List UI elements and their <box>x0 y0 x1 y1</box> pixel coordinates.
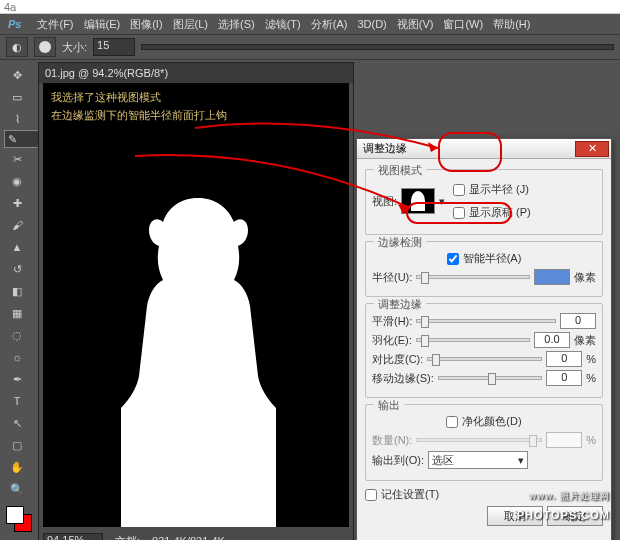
smart-radius-label: 智能半径(A) <box>463 251 522 266</box>
brush-tool[interactable]: 🖌 <box>4 214 30 236</box>
eyedropper-tool[interactable]: ◉ <box>4 170 30 192</box>
view-label: 视图: <box>372 194 397 209</box>
marquee-tool[interactable]: ▭ <box>4 86 30 108</box>
decontaminate-label: 净化颜色(D) <box>462 414 521 429</box>
options-bar: ◐ 大小: 15 <box>0 34 620 60</box>
tools-panel: ✥ ▭ ⌇ ✎ ✂ ◉ ✚ 🖌 ▲ ↺ ◧ ▦ ◌ ☼ ✒ T ↖ ▢ ✋ 🔍 <box>4 64 32 538</box>
menu-view[interactable]: 视图(V) <box>393 17 438 32</box>
radius-slider[interactable] <box>416 275 530 279</box>
workspace: ✥ ▭ ⌇ ✎ ✂ ◉ ✚ 🖌 ▲ ↺ ◧ ▦ ◌ ☼ ✒ T ↖ ▢ ✋ 🔍 <box>0 60 620 540</box>
dialog-titlebar[interactable]: 调整边缘 ✕ <box>357 139 611 159</box>
close-button[interactable]: ✕ <box>575 141 609 157</box>
view-dropdown-icon[interactable]: ▾ <box>439 195 445 208</box>
edge-detection-title: 边缘检测 <box>374 235 426 250</box>
px-unit: 像素 <box>574 270 596 285</box>
output-to-select[interactable]: 选区▾ <box>428 451 528 469</box>
eraser-tool[interactable]: ◧ <box>4 280 30 302</box>
shift-value[interactable]: 0 <box>546 370 582 386</box>
photoshop-window: Ps 文件(F) 编辑(E) 图像(I) 图层(L) 选择(S) 滤镜(T) 分… <box>0 14 620 540</box>
current-tool-icon[interactable]: ◐ <box>6 37 28 57</box>
menu-3d[interactable]: 3D(D) <box>353 18 390 30</box>
remember-checkbox[interactable] <box>365 489 377 501</box>
shift-label: 移动边缘(S): <box>372 371 434 386</box>
menu-filter[interactable]: 滤镜(T) <box>261 17 305 32</box>
history-brush-tool[interactable]: ↺ <box>4 258 30 280</box>
gradient-tool[interactable]: ▦ <box>4 302 30 324</box>
color-swatches[interactable] <box>4 504 32 538</box>
annotation-text: 我选择了这种视图模式 在边缘监测下的智能半径前面打上钩 <box>51 89 227 124</box>
crop-tool[interactable]: ✂ <box>4 148 30 170</box>
smart-radius-checkbox[interactable] <box>447 253 459 265</box>
contrast-slider[interactable] <box>427 357 542 361</box>
file-info: 831.4K/831.4K <box>152 535 225 540</box>
decontaminate-checkbox[interactable] <box>446 416 458 428</box>
refine-edge-dialog: 调整边缘 ✕ 视图模式 视图: ▾ 显示半径 (J) 显示原稿 (P) <box>356 138 612 540</box>
amount-label: 数量(N): <box>372 433 412 448</box>
shape-tool[interactable]: ▢ <box>4 434 30 456</box>
feather-slider[interactable] <box>416 338 530 342</box>
menu-edit[interactable]: 编辑(E) <box>80 17 125 32</box>
smooth-slider[interactable] <box>416 319 556 323</box>
shift-slider[interactable] <box>438 376 542 380</box>
size-label: 大小: <box>62 40 87 55</box>
watermark-big: PHOTOPS.COM <box>517 509 610 521</box>
feather-value[interactable]: 0.0 <box>534 332 570 348</box>
menu-analysis[interactable]: 分析(A) <box>307 17 352 32</box>
menu-layer[interactable]: 图层(L) <box>169 17 212 32</box>
move-tool[interactable]: ✥ <box>4 64 30 86</box>
smooth-label: 平滑(H): <box>372 314 412 329</box>
contrast-value[interactable]: 0 <box>546 351 582 367</box>
document-tab[interactable]: 01.jpg @ 94.2%(RGB/8*) <box>39 63 353 83</box>
feather-label: 羽化(E): <box>372 333 412 348</box>
brush-preset-icon[interactable] <box>34 37 56 57</box>
lasso-tool[interactable]: ⌇ <box>4 108 30 130</box>
hand-tool[interactable]: ✋ <box>4 456 30 478</box>
edge-detection-group: 边缘检测 智能半径(A) 半径(U):像素 <box>365 241 603 297</box>
foreground-color[interactable] <box>6 506 24 524</box>
menu-window[interactable]: 窗口(W) <box>439 17 487 32</box>
path-tool[interactable]: ↖ <box>4 412 30 434</box>
amount-slider <box>416 438 542 442</box>
size-slider[interactable] <box>141 44 614 50</box>
menu-bar: Ps 文件(F) 编辑(E) 图像(I) 图层(L) 选择(S) 滤镜(T) 分… <box>0 14 620 34</box>
contrast-label: 对比度(C): <box>372 352 423 367</box>
px-unit-2: 像素 <box>574 333 596 348</box>
adjust-edge-title: 调整边缘 <box>374 297 426 312</box>
menu-help[interactable]: 帮助(H) <box>489 17 534 32</box>
annotation-line-1: 我选择了这种视图模式 <box>51 89 227 107</box>
type-tool[interactable]: T <box>4 390 30 412</box>
stamp-tool[interactable]: ▲ <box>4 236 30 258</box>
chevron-down-icon: ▾ <box>518 454 524 467</box>
menu-file[interactable]: 文件(F) <box>33 17 77 32</box>
adjust-edge-group: 调整边缘 平滑(H):0 羽化(E):0.0像素 对比度(C):0% 移动边缘(… <box>365 303 603 398</box>
output-select-value: 选区 <box>432 453 454 468</box>
blur-tool[interactable]: ◌ <box>4 324 30 346</box>
radius-label: 半径(U): <box>372 270 412 285</box>
output-title: 输出 <box>374 398 404 413</box>
zoom-field[interactable]: 94.15% <box>43 533 103 540</box>
canvas[interactable]: 我选择了这种视图模式 在边缘监测下的智能半径前面打上钩 <box>43 83 349 527</box>
zoom-tool[interactable]: 🔍 <box>4 478 30 500</box>
pct-unit-2: % <box>586 372 596 384</box>
show-radius-label: 显示半径 (J) <box>469 182 529 197</box>
menu-image[interactable]: 图像(I) <box>126 17 166 32</box>
watermark-small: www. 照片处理网 <box>517 490 610 503</box>
menu-select[interactable]: 选择(S) <box>214 17 259 32</box>
view-thumbnail[interactable] <box>401 188 435 214</box>
brush-size-field[interactable]: 15 <box>93 38 135 56</box>
smooth-value[interactable]: 0 <box>560 313 596 329</box>
radius-value[interactable] <box>534 269 570 285</box>
output-to-label: 输出到(O): <box>372 453 424 468</box>
dodge-tool[interactable]: ☼ <box>4 346 30 368</box>
healing-tool[interactable]: ✚ <box>4 192 30 214</box>
view-mode-group: 视图模式 视图: ▾ 显示半径 (J) 显示原稿 (P) <box>365 169 603 235</box>
remember-label: 记住设置(T) <box>381 487 439 502</box>
pen-tool[interactable]: ✒ <box>4 368 30 390</box>
output-group: 输出 净化颜色(D) 数量(N):% 输出到(O):选区▾ <box>365 404 603 481</box>
app-logo: Ps <box>4 18 25 30</box>
status-bar: 94.15% 文档: 831.4K/831.4K <box>39 531 353 540</box>
show-original-checkbox[interactable] <box>453 207 465 219</box>
pct-unit: % <box>586 353 596 365</box>
amount-value <box>546 432 582 448</box>
show-radius-checkbox[interactable] <box>453 184 465 196</box>
